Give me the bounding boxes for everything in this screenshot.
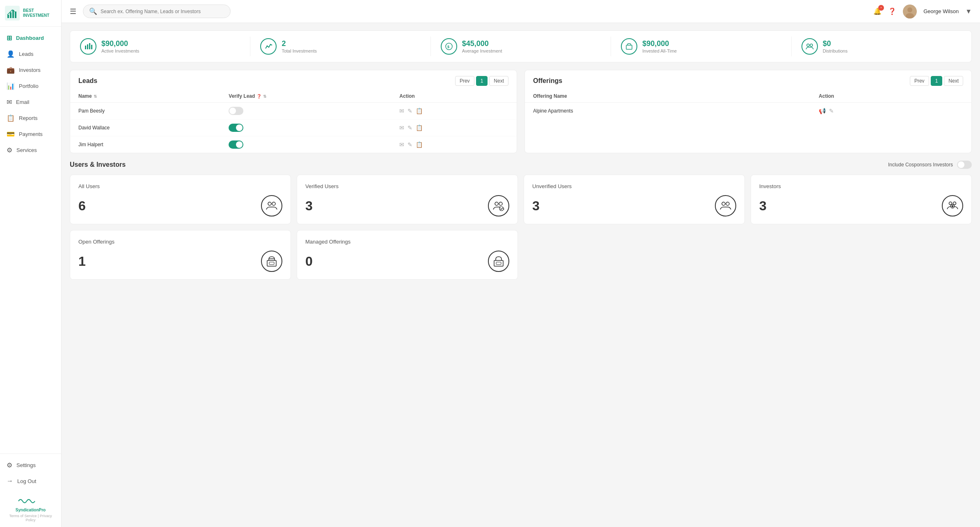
sidebar-item-settings[interactable]: ⚙ Settings — [0, 457, 61, 473]
svg-rect-29 — [952, 205, 953, 207]
leads-page-1-button[interactable]: 1 — [476, 76, 488, 86]
verified-users-number: 3 — [305, 198, 313, 214]
verify-sort-icon[interactable]: ⇅ — [263, 94, 266, 99]
terms-link[interactable]: Terms of Service — [9, 514, 37, 518]
average-investment-label: Average Investment — [462, 48, 502, 53]
lead-actions: ✉ ✎ 📋 — [399, 108, 508, 114]
copy-action-icon[interactable]: 📋 — [416, 108, 423, 114]
offerings-title: Offerings — [533, 77, 562, 85]
leads-action-header: Action — [391, 90, 517, 103]
sidebar-item-services[interactable]: ⚙ Services — [0, 142, 61, 158]
offerings-next-button[interactable]: Next — [944, 76, 963, 86]
stat-invested-all-time[interactable]: $90,000 Invested All-Time — [611, 37, 791, 56]
edit-offering-icon[interactable]: ✎ — [829, 108, 834, 114]
broadcast-action-icon[interactable]: 📢 — [819, 108, 826, 114]
offering-actions: 📢 ✎ — [819, 108, 963, 114]
svg-rect-15 — [626, 45, 632, 49]
name-sort-icon[interactable]: ⇅ — [94, 94, 97, 99]
sidebar-item-payments[interactable]: 💳 Payments — [0, 126, 61, 142]
settings-icon: ⚙ — [7, 461, 12, 469]
menu-icon[interactable]: ☰ — [70, 7, 76, 16]
sidebar-item-dashboard[interactable]: ⊞ Dashboard — [0, 30, 61, 46]
all-users-card[interactable]: All Users 6 — [70, 175, 291, 224]
managed-offerings-content: 0 — [305, 251, 509, 272]
stat-distributions[interactable]: $0 Distributions — [792, 37, 971, 56]
stat-average-investment[interactable]: $ $45,000 Average Investment — [431, 37, 611, 56]
stat-total-investments[interactable]: 2 Total Investments — [250, 37, 430, 56]
portfolio-icon: 📊 — [7, 82, 15, 90]
footer-links: Terms of Service | Privacy Policy — [7, 514, 55, 522]
total-investments-icon — [260, 38, 277, 55]
lead-name: Pam Beesly — [70, 103, 220, 120]
verified-users-card[interactable]: Verified Users 3 — [297, 175, 518, 224]
email-icon: ✉ — [7, 98, 12, 106]
svg-point-23 — [722, 202, 725, 205]
edit-action-icon[interactable]: ✎ — [408, 124, 412, 131]
edit-action-icon[interactable]: ✎ — [408, 108, 412, 114]
copy-action-icon[interactable]: 📋 — [416, 141, 423, 148]
cosponsors-toggle-container: Include Cosponsors Investors — [888, 161, 972, 169]
content: $90,000 Active Investments 2 Total Inves… — [62, 23, 980, 527]
copy-action-icon[interactable]: 📋 — [416, 124, 423, 131]
offerings-pagination: Prev 1 Next — [910, 76, 963, 86]
verify-toggle-pam[interactable] — [229, 107, 243, 115]
sidebar-item-investors[interactable]: 💼 Investors — [0, 62, 61, 78]
investors-card[interactable]: Investors 3 — [751, 175, 972, 224]
sidebar-item-logout[interactable]: → Log Out — [0, 473, 61, 489]
logo-text: BESTINVESTMENT — [23, 8, 49, 18]
leads-next-button[interactable]: Next — [489, 76, 508, 86]
verify-toggle-jim[interactable] — [229, 140, 243, 149]
svg-rect-31 — [269, 262, 274, 265]
sidebar-item-label: Services — [16, 147, 37, 153]
payments-icon: 💳 — [7, 130, 15, 138]
email-action-icon[interactable]: ✉ — [399, 124, 404, 131]
distributions-icon — [801, 38, 818, 55]
edit-action-icon[interactable]: ✎ — [408, 141, 412, 148]
sidebar-item-label: Settings — [16, 462, 36, 468]
svg-rect-10 — [89, 43, 90, 49]
stat-active-investments[interactable]: $90,000 Active Investments — [70, 37, 250, 56]
offerings-prev-button[interactable]: Prev — [910, 76, 929, 86]
sidebar-item-portfolio[interactable]: 📊 Portfolio — [0, 78, 61, 94]
verify-help-icon[interactable]: ❓ — [256, 94, 261, 99]
all-users-title: All Users — [78, 183, 282, 189]
sidebar-item-email[interactable]: ✉ Email — [0, 94, 61, 110]
stats-bar: $90,000 Active Investments 2 Total Inves… — [70, 30, 972, 62]
unverified-users-number: 3 — [532, 198, 540, 214]
offerings-panel-header: Offerings Prev 1 Next — [525, 70, 971, 90]
user-name: George Wilson — [923, 8, 959, 14]
leads-panel-header: Leads Prev 1 Next — [70, 70, 517, 90]
verified-users-title: Verified Users — [305, 183, 509, 189]
user-cards-grid: All Users 6 Verified Users — [70, 175, 972, 224]
svg-rect-11 — [91, 45, 92, 49]
sidebar-bottom: ⚙ Settings → Log Out — [0, 453, 61, 490]
email-action-icon[interactable]: ✉ — [399, 108, 404, 114]
logo-icon — [5, 6, 20, 21]
empty-slot-2 — [751, 230, 972, 280]
verify-toggle-david[interactable] — [229, 124, 243, 132]
help-icon[interactable]: ❓ — [888, 7, 896, 15]
invested-all-time-label: Invested All-Time — [642, 48, 677, 53]
svg-rect-2 — [10, 12, 11, 18]
leads-prev-button[interactable]: Prev — [455, 76, 474, 86]
open-offerings-card[interactable]: Open Offerings 1 — [70, 230, 291, 280]
managed-offerings-card[interactable]: Managed Offerings 0 — [297, 230, 518, 280]
svg-rect-4 — [15, 12, 16, 18]
offerings-page-1-button[interactable]: 1 — [931, 76, 943, 86]
offering-action-header: Action — [811, 90, 971, 103]
search-input[interactable] — [101, 9, 224, 14]
sidebar-item-reports[interactable]: 📋 Reports — [0, 110, 61, 126]
user-menu-icon[interactable]: ▼ — [965, 8, 972, 15]
all-users-icon — [261, 195, 282, 216]
svg-point-16 — [807, 44, 809, 46]
sidebar-item-leads[interactable]: 👤 Leads — [0, 46, 61, 62]
search-bar[interactable]: 🔍 — [83, 5, 231, 18]
unverified-users-title: Unverified Users — [532, 183, 736, 189]
cosponsors-toggle[interactable] — [957, 161, 972, 169]
services-icon: ⚙ — [7, 146, 12, 154]
leads-pagination: Prev 1 Next — [455, 76, 508, 86]
unverified-users-card[interactable]: Unverified Users 3 — [524, 175, 745, 224]
offerings-table: Offering Name Action Alpine Apartments 📢… — [525, 90, 971, 119]
email-action-icon[interactable]: ✉ — [399, 141, 404, 148]
dashboard-icon: ⊞ — [7, 34, 12, 42]
